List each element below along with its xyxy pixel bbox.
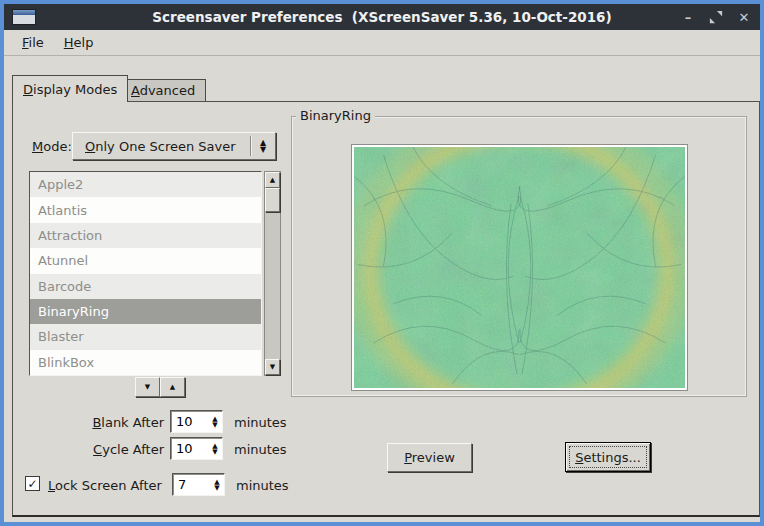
down-arrow-icon: ▼	[270, 363, 275, 371]
cycle-after-spinner[interactable]: ▲ ▼	[170, 437, 223, 460]
scrollbar-up-button[interactable]: ▲	[265, 172, 280, 188]
blank-after-unit: minutes	[234, 415, 287, 430]
minimize-button[interactable]: –	[678, 7, 698, 27]
tab-display-modes[interactable]: Display Modes	[12, 75, 128, 102]
list-scrollbar[interactable]: ▲ ▼	[264, 171, 281, 376]
list-next-button[interactable]: ▲	[160, 377, 185, 397]
checkmark-icon: ✓	[27, 477, 37, 491]
xscreensaver-window: Screensaver Preferences (XScreenSaver 5.…	[0, 0, 764, 526]
down-arrow-icon[interactable]: ▼	[212, 422, 217, 428]
spinner-arrows[interactable]: ▲ ▼	[210, 474, 224, 495]
spinner-arrows[interactable]: ▲ ▼	[208, 438, 222, 459]
blank-after-input[interactable]	[171, 411, 208, 432]
lock-screen-spinner[interactable]: ▲ ▼	[172, 473, 225, 496]
close-button[interactable]: ✕	[734, 7, 754, 27]
cycle-after-unit: minutes	[234, 442, 287, 457]
preview-groupbox-legend: BinaryRing	[296, 108, 375, 123]
spinner-arrows[interactable]: ▲ ▼	[208, 411, 222, 432]
lock-screen-unit: minutes	[236, 478, 289, 493]
down-arrow-icon: ▼	[145, 383, 150, 391]
lock-screen-checkbox[interactable]: ✓	[25, 476, 40, 491]
combo-stepper-icon: ▲ ▼	[251, 139, 275, 153]
list-item-barcode[interactable]: Barcode	[30, 274, 261, 299]
scrollbar-thumb[interactable]	[265, 188, 280, 212]
list-item-blinkbox[interactable]: BlinkBox	[30, 350, 261, 375]
saver-list[interactable]: Apple2 Atlantis Attraction Atunnel Barco…	[29, 171, 262, 376]
down-arrow-icon[interactable]: ▼	[214, 485, 219, 491]
binaryring-preview-art	[354, 147, 685, 388]
mode-select[interactable]: Only One Screen Saver ▲ ▼	[72, 132, 276, 160]
list-item-binaryring[interactable]: BinaryRing	[30, 299, 261, 324]
up-arrow-icon: ▲	[170, 383, 175, 391]
tab-advanced[interactable]: Advanced	[120, 79, 206, 101]
lock-screen-label: Lock Screen After	[48, 478, 162, 493]
list-previous-button[interactable]: ▼	[135, 377, 160, 397]
window-controls: – ✕	[678, 4, 754, 30]
titlebar[interactable]: Screensaver Preferences (XScreenSaver 5.…	[4, 4, 760, 30]
down-arrow-icon[interactable]: ▼	[212, 449, 217, 455]
menu-file[interactable]: File	[12, 33, 54, 52]
up-arrow-icon: ▲	[270, 176, 275, 184]
down-arrow-icon: ▼	[260, 146, 266, 153]
list-item-apple2[interactable]: Apple2	[30, 172, 261, 197]
list-item-attraction[interactable]: Attraction	[30, 223, 261, 248]
menu-help[interactable]: Help	[54, 33, 104, 52]
preview-button[interactable]: Preview	[387, 443, 472, 472]
menubar: File Help	[4, 30, 760, 56]
mode-label: Mode:	[32, 139, 72, 154]
window-title: Screensaver Preferences (XScreenSaver 5.…	[4, 9, 760, 25]
mode-selected-value: Only One Screen Saver	[73, 139, 250, 154]
cycle-after-input[interactable]	[171, 438, 208, 459]
list-item-atunnel[interactable]: Atunnel	[30, 248, 261, 273]
preview-image	[351, 144, 688, 391]
scrollbar-track[interactable]	[265, 212, 280, 359]
cycle-after-label: Cycle After	[24, 442, 164, 457]
restore-button[interactable]	[706, 7, 726, 27]
lock-screen-input[interactable]	[173, 474, 210, 495]
scrollbar-down-button[interactable]: ▼	[265, 359, 280, 375]
restore-icon	[709, 10, 723, 24]
settings-button[interactable]: Settings...	[565, 442, 651, 472]
list-item-blaster[interactable]: Blaster	[30, 324, 261, 349]
blank-after-label: Blank After	[24, 415, 164, 430]
list-item-atlantis[interactable]: Atlantis	[30, 197, 261, 222]
blank-after-spinner[interactable]: ▲ ▼	[170, 410, 223, 433]
